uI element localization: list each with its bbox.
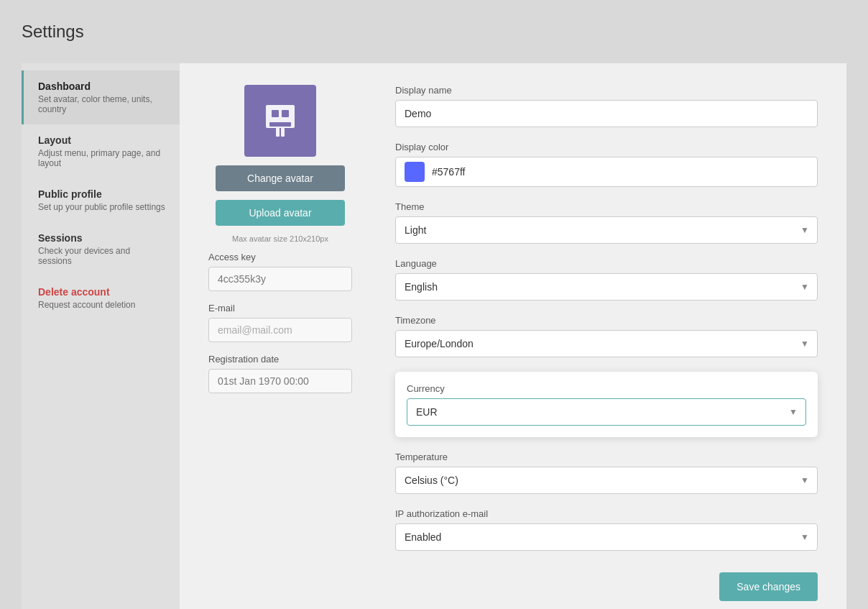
color-input-group[interactable]: #5767ff: [395, 157, 818, 187]
svg-rect-2: [282, 110, 289, 117]
sidebar-item-dashboard[interactable]: Dashboard Set avatar, color theme, units…: [22, 70, 180, 124]
ip-auth-label: IP authorization e-mail: [395, 508, 818, 519]
sidebar-item-layout-title: Layout: [38, 134, 165, 146]
temperature-label: Temperature: [395, 452, 818, 462]
settings-container: Dashboard Set avatar, color theme, units…: [22, 63, 846, 609]
sidebar-item-sessions[interactable]: Sessions Check your devices and sessions: [22, 222, 180, 276]
temperature-select[interactable]: Celsius (°C) Fahrenheit (°F): [395, 467, 818, 494]
reg-date-group: Registration date 01st Jan 1970 00:00: [208, 354, 352, 393]
access-key-group: Access key 4cc355k3y: [208, 252, 352, 291]
temperature-select-wrapper: Celsius (°C) Fahrenheit (°F) ▼: [395, 467, 818, 494]
language-select[interactable]: English French German Spanish: [395, 273, 818, 301]
save-changes-button[interactable]: Save changes: [719, 572, 818, 601]
display-name-input[interactable]: [395, 100, 818, 127]
actions-bar: Save changes: [395, 565, 818, 601]
language-select-wrapper: English French German Spanish ▼: [395, 273, 818, 301]
email-group: E-mail email@mail.com: [208, 303, 352, 342]
display-name-label: Display name: [395, 85, 818, 96]
sidebar-item-delete-account[interactable]: Delete account Request account deletion: [22, 276, 180, 320]
sidebar-item-layout[interactable]: Layout Adjust menu, primary page, and la…: [22, 124, 180, 178]
sidebar-item-public-profile-title: Public profile: [38, 188, 165, 200]
sidebar-item-layout-subtitle: Adjust menu, primary page, and layout: [38, 148, 165, 168]
svg-rect-4: [276, 128, 280, 137]
avatar: [244, 85, 316, 157]
reg-date-value: 01st Jan 1970 00:00: [208, 369, 352, 393]
theme-select-wrapper: Light Dark ▼: [395, 216, 818, 244]
main-content: Change avatar Upload avatar Max avatar s…: [180, 63, 846, 609]
right-panel: Display name Display color #5767ff Theme: [395, 85, 818, 601]
timezone-label: Timezone: [395, 315, 818, 326]
language-label: Language: [395, 258, 818, 269]
content-grid: Change avatar Upload avatar Max avatar s…: [208, 85, 818, 601]
upload-avatar-button[interactable]: Upload avatar: [216, 200, 345, 226]
svg-rect-1: [272, 110, 279, 117]
reg-date-label: Registration date: [208, 354, 352, 365]
sidebar-item-sessions-subtitle: Check your devices and sessions: [38, 246, 165, 266]
sidebar-item-delete-account-title: Delete account: [38, 286, 165, 298]
theme-group: Theme Light Dark ▼: [395, 201, 818, 244]
svg-rect-3: [269, 122, 291, 127]
ip-auth-select-wrapper: Enabled Disabled ▼: [395, 523, 818, 551]
currency-select[interactable]: EUR USD GBP: [407, 398, 806, 426]
sidebar-item-dashboard-subtitle: Set avatar, color theme, units, country: [38, 94, 165, 114]
currency-select-wrapper: EUR USD GBP ▼: [407, 398, 806, 426]
theme-select[interactable]: Light Dark: [395, 216, 818, 244]
color-text: #5767ff: [432, 166, 465, 178]
sidebar-item-sessions-title: Sessions: [38, 232, 165, 244]
display-color-group: Display color #5767ff: [395, 142, 818, 187]
timezone-group: Timezone Europe/London ▼: [395, 315, 818, 357]
email-value: email@mail.com: [208, 318, 352, 342]
theme-label: Theme: [395, 201, 818, 212]
currency-modal: Currency EUR USD GBP ▼: [395, 372, 818, 437]
timezone-select-wrapper: Europe/London ▼: [395, 330, 818, 357]
sidebar-item-public-profile-subtitle: Set up your public profile settings: [38, 202, 165, 212]
access-key-value: 4cc355k3y: [208, 267, 352, 291]
currency-label: Currency: [407, 383, 806, 394]
sidebar-item-dashboard-title: Dashboard: [38, 81, 165, 92]
change-avatar-button[interactable]: Change avatar: [216, 165, 345, 191]
page-title: Settings: [22, 22, 846, 42]
timezone-select[interactable]: Europe/London: [395, 330, 818, 357]
ip-auth-select[interactable]: Enabled Disabled: [395, 523, 818, 551]
temperature-group: Temperature Celsius (°C) Fahrenheit (°F)…: [395, 452, 818, 494]
sidebar-item-delete-account-subtitle: Request account deletion: [38, 300, 165, 310]
avatar-icon: [259, 99, 302, 142]
access-key-label: Access key: [208, 252, 352, 262]
display-color-label: Display color: [395, 142, 818, 152]
sidebar-item-public-profile[interactable]: Public profile Set up your public profil…: [22, 178, 180, 222]
language-group: Language English French German Spanish ▼: [395, 258, 818, 301]
left-fields: Access key 4cc355k3y E-mail email@mail.c…: [208, 252, 352, 405]
sidebar: Dashboard Set avatar, color theme, units…: [22, 63, 180, 609]
display-name-group: Display name: [395, 85, 818, 127]
email-label: E-mail: [208, 303, 352, 313]
left-panel: Change avatar Upload avatar Max avatar s…: [208, 85, 352, 405]
avatar-hint: Max avatar size 210x210px: [232, 234, 328, 243]
color-swatch[interactable]: [405, 162, 425, 182]
svg-rect-5: [281, 128, 285, 137]
ip-auth-group: IP authorization e-mail Enabled Disabled…: [395, 508, 818, 551]
page-wrapper: Settings Dashboard Set avatar, color the…: [0, 0, 868, 609]
